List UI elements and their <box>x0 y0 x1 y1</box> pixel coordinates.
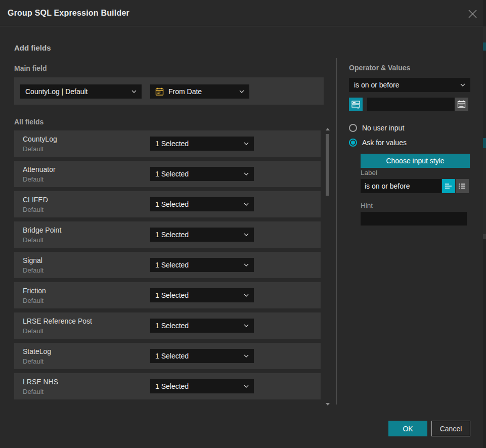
field-selected-dropdown[interactable]: 1 Selected <box>150 228 254 242</box>
field-row: CountyLog Default 1 Selected <box>14 130 321 157</box>
field-selected-dropdown-label: 1 Selected <box>155 322 189 330</box>
field-row: Signal Default 1 Selected <box>14 252 321 278</box>
field-name: Bridge Point <box>23 226 61 234</box>
align-left-icon <box>445 183 453 190</box>
field-name: LRSE Reference Post <box>23 317 92 325</box>
close-button[interactable] <box>466 7 479 20</box>
chevron-down-icon <box>244 354 249 357</box>
unique-values-button[interactable] <box>349 98 363 111</box>
field-selected-dropdown-label: 1 Selected <box>155 261 189 269</box>
chevron-down-icon <box>244 233 249 236</box>
value-input[interactable] <box>367 98 455 111</box>
field-row: StateLog Default 1 Selected <box>14 343 321 369</box>
field-name: CountyLog <box>23 135 57 143</box>
dialog-title: Group SQL Expression Builder <box>8 0 129 26</box>
hint-input[interactable] <box>361 212 467 226</box>
field-selected-dropdown[interactable]: 1 Selected <box>150 319 254 333</box>
radio-selected-icon <box>349 139 357 147</box>
main-field-box: CountyLog | Default From Date <box>14 77 324 105</box>
radio-no-user-input-label: No user input <box>362 124 404 132</box>
label-style-text-button[interactable] <box>442 179 455 193</box>
field-selected-dropdown-label: 1 Selected <box>155 291 189 299</box>
chevron-down-icon <box>244 172 249 175</box>
add-fields-heading: Add fields <box>14 43 51 52</box>
choose-input-style-button[interactable]: Choose input style <box>361 154 470 168</box>
field-sublabel: Default <box>23 206 43 213</box>
chevron-down-icon <box>244 263 249 266</box>
panel-divider <box>336 58 337 405</box>
field-selected-dropdown-label: 1 Selected <box>155 140 189 148</box>
field-sublabel: Default <box>23 357 43 365</box>
hint-field-label: Hint <box>361 202 373 209</box>
field-selected-dropdown[interactable]: 1 Selected <box>150 288 254 302</box>
chevron-down-icon <box>244 294 249 297</box>
group-sql-expression-builder-dialog: Group SQL Expression Builder Add fields … <box>0 0 486 448</box>
chevron-down-icon <box>244 203 249 206</box>
field-name: CLIFED <box>23 196 48 204</box>
chevron-down-icon <box>244 385 249 388</box>
field-row: LRSE Reference Post Default 1 Selected <box>14 312 321 339</box>
bullet-list-icon <box>458 183 466 190</box>
chevron-down-icon <box>244 324 249 327</box>
field-row: Attenuator Default 1 Selected <box>14 161 321 187</box>
radio-ask-for-values[interactable]: Ask for values <box>349 139 407 147</box>
main-field-heading: Main field <box>14 64 47 72</box>
field-name: Friction <box>23 287 46 295</box>
radio-circle-icon <box>349 124 357 132</box>
field-selected-dropdown[interactable]: 1 Selected <box>150 197 254 211</box>
field-row: Friction Default 1 Selected <box>14 282 321 308</box>
radio-ask-for-values-label: Ask for values <box>362 139 407 147</box>
field-selected-dropdown[interactable]: 1 Selected <box>150 258 254 272</box>
scrollbar-up-arrow[interactable] <box>326 128 330 130</box>
scrollbar-down-arrow[interactable] <box>326 403 330 406</box>
field-name: LRSE NHS <box>23 378 58 386</box>
field-selected-dropdown[interactable]: 1 Selected <box>150 379 254 393</box>
field-sublabel: Default <box>23 175 43 183</box>
calendar-icon <box>155 87 164 96</box>
unique-values-icon <box>351 100 360 109</box>
field-row: LRSE NHS Default 1 Selected <box>14 373 321 399</box>
field-selected-dropdown-label: 1 Selected <box>155 352 189 360</box>
label-field-label: Label <box>361 169 377 176</box>
field-name: StateLog <box>23 347 51 355</box>
field-selected-dropdown-label: 1 Selected <box>155 200 189 208</box>
cancel-button[interactable]: Cancel <box>431 421 470 436</box>
operator-dropdown[interactable]: is on or before <box>349 78 470 92</box>
field-row: CLIFED Default 1 Selected <box>14 191 321 217</box>
chevron-down-icon <box>131 90 137 93</box>
all-fields-list: CountyLog Default 1 Selected Attenuator … <box>14 130 321 404</box>
operator-values-heading: Operator & Values <box>349 64 410 72</box>
field-selected-dropdown-label: 1 Selected <box>155 231 189 239</box>
main-field-dropdown[interactable]: From Date <box>150 84 249 99</box>
layer-dropdown[interactable]: CountyLog | Default <box>20 84 142 99</box>
date-picker-button[interactable] <box>455 98 468 111</box>
field-selected-dropdown[interactable]: 1 Selected <box>150 137 254 151</box>
field-sublabel: Default <box>23 327 43 335</box>
layer-dropdown-value: CountyLog | Default <box>25 87 88 96</box>
field-sublabel: Default <box>23 145 43 153</box>
field-sublabel: Default <box>23 266 43 274</box>
field-row: Bridge Point Default 1 Selected <box>14 221 321 248</box>
field-selected-dropdown[interactable]: 1 Selected <box>150 167 254 181</box>
radio-no-user-input[interactable]: No user input <box>349 124 404 132</box>
field-selected-dropdown-label: 1 Selected <box>155 382 189 390</box>
field-selected-dropdown-label: 1 Selected <box>155 170 189 178</box>
chevron-down-icon <box>239 90 244 93</box>
label-input[interactable] <box>361 179 441 193</box>
dialog-titlebar: Group SQL Expression Builder <box>0 0 486 26</box>
field-name: Attenuator <box>23 165 56 173</box>
main-field-dropdown-value: From Date <box>168 87 202 96</box>
field-sublabel: Default <box>23 236 43 244</box>
chevron-down-icon <box>244 142 249 145</box>
all-fields-heading: All fields <box>14 118 43 126</box>
background-app-edge <box>483 0 486 448</box>
operator-dropdown-value: is on or before <box>354 81 400 89</box>
field-selected-dropdown[interactable]: 1 Selected <box>150 349 254 363</box>
field-sublabel: Default <box>23 297 43 304</box>
ok-button[interactable]: OK <box>388 421 427 436</box>
calendar-icon <box>457 100 466 109</box>
scrollbar-thumb[interactable] <box>326 134 329 196</box>
label-style-list-button[interactable] <box>456 179 469 193</box>
field-sublabel: Default <box>23 388 43 395</box>
chevron-down-icon <box>460 83 465 86</box>
